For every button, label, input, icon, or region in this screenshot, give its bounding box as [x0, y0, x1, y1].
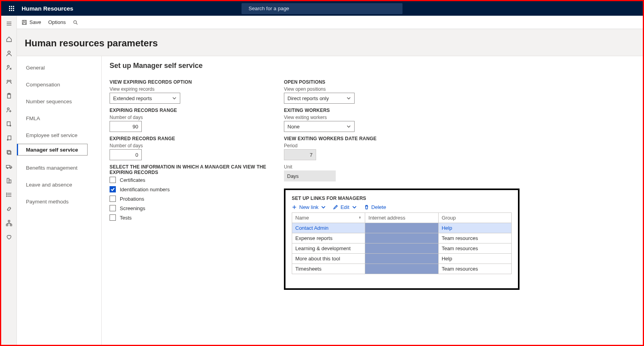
svg-rect-29: [8, 220, 10, 222]
sidenav-item-employee-self-service[interactable]: Employee self service: [17, 127, 101, 144]
checkbox-probations[interactable]: [110, 196, 116, 202]
group-view-expiring: VIEW EXPIRING RECORDS OPTION: [110, 79, 268, 85]
global-search[interactable]: [242, 3, 402, 14]
group-exiting-workers: EXITING WORKERS: [284, 108, 443, 113]
form-area: Set up Manager self service VIEW EXPIRIN…: [102, 56, 643, 345]
home-icon[interactable]: [5, 35, 13, 43]
link-icon[interactable]: [5, 205, 13, 213]
label-certificates: Certificates: [120, 177, 145, 183]
svg-rect-30: [6, 224, 8, 226]
select-exiting-workers-value: None: [287, 124, 300, 130]
svg-point-28: [6, 196, 7, 196]
section-title: Set up Manager self service: [110, 62, 635, 70]
select-unit: Days: [284, 170, 336, 181]
svg-point-7: [7, 80, 9, 82]
masked-cell: [365, 254, 438, 264]
person-plus-icon[interactable]: [5, 106, 13, 114]
sidenav-item-general[interactable]: General: [17, 59, 101, 76]
section-nav: General Compensation Number sequences FM…: [17, 56, 102, 345]
svg-point-8: [9, 80, 11, 82]
org-icon[interactable]: [5, 219, 13, 227]
select-view-expiring[interactable]: Extended reports: [110, 93, 180, 104]
sidenav-item-number-sequences[interactable]: Number sequences: [17, 93, 101, 110]
links-table: Name Internet address Group Contact Admi…: [292, 212, 512, 274]
svg-point-19: [7, 168, 7, 168]
sidenav-item-fmla[interactable]: FMLA: [17, 110, 101, 127]
sidenav-item-manager-self-service[interactable]: Manager self service: [17, 144, 88, 156]
search-input[interactable]: [249, 5, 399, 11]
plus-icon: [292, 205, 297, 210]
svg-rect-14: [7, 122, 10, 126]
select-open-positions-value: Direct reports only: [287, 95, 329, 101]
save-button[interactable]: Save: [22, 19, 41, 25]
options-label: Options: [48, 19, 66, 25]
table-row[interactable]: Expense reports Team resources: [292, 233, 512, 243]
delete-button[interactable]: Delete: [364, 204, 386, 210]
chevron-down-icon: [346, 124, 351, 129]
building-icon[interactable]: [5, 177, 13, 185]
masked-cell: [365, 233, 438, 243]
label-expiring-days: Number of days: [110, 115, 268, 120]
svg-rect-18: [6, 165, 10, 168]
global-header: Human Resources: [1, 1, 643, 16]
table-row[interactable]: More about this tool Help: [292, 254, 512, 264]
page-title: Human resources parameters: [17, 29, 643, 56]
svg-rect-22: [9, 180, 11, 183]
sort-asc-icon: [358, 215, 362, 221]
clipboard-icon[interactable]: [5, 92, 13, 100]
layers-icon[interactable]: [5, 148, 13, 156]
sidenav-item-benefits-management[interactable]: Benefits management: [17, 159, 101, 176]
select-open-positions[interactable]: Direct reports only: [284, 93, 355, 104]
hamburger-icon[interactable]: [5, 20, 13, 27]
svg-rect-17: [8, 151, 11, 154]
sidenav-item-leave-and-absence[interactable]: Leave and absence: [17, 176, 101, 193]
group-expired-range: EXPIRED RECORDS RANGE: [110, 136, 268, 141]
masked-cell: [365, 264, 438, 274]
label-probations: Probations: [120, 196, 144, 202]
sidenav-item-payment-methods[interactable]: Payment methods: [17, 193, 101, 210]
options-button[interactable]: Options: [48, 19, 66, 25]
label-identification-numbers: Identification numbers: [120, 187, 170, 192]
doc-arrow-right-icon[interactable]: [5, 120, 13, 128]
checkbox-tests[interactable]: [110, 214, 116, 221]
col-address[interactable]: Internet address: [365, 213, 438, 223]
group-exiting-date-range: VIEW EXITING WORKERS DATE RANGE: [284, 136, 443, 141]
checkbox-screenings[interactable]: [110, 205, 116, 211]
chevron-down-icon: [172, 96, 177, 101]
select-exiting-workers[interactable]: None: [284, 121, 355, 132]
table-row[interactable]: Timesheets Team resources: [292, 264, 512, 274]
group-icon[interactable]: [5, 78, 13, 86]
label-tests: Tests: [120, 215, 132, 221]
chevron-down-icon: [321, 205, 326, 210]
input-expiring-days[interactable]: 90: [110, 121, 142, 132]
group-select-info: SELECT THE INFORMATION IN WHICH A MANAGE…: [110, 164, 268, 175]
label-view-expiring: View expiring records: [110, 86, 268, 92]
masked-cell: [365, 243, 438, 254]
col-name[interactable]: Name: [292, 213, 365, 223]
table-row[interactable]: Contact Admin Help: [292, 223, 512, 233]
group-open-positions: OPEN POSITIONS: [284, 79, 443, 85]
edit-button[interactable]: Edit: [333, 204, 357, 210]
col-group[interactable]: Group: [438, 213, 511, 223]
person-click-icon[interactable]: [5, 64, 13, 71]
checkbox-identification-numbers[interactable]: [110, 186, 116, 192]
heart-tag-icon[interactable]: [5, 233, 13, 241]
svg-point-6: [7, 66, 9, 68]
checkbox-certificates[interactable]: [110, 177, 116, 183]
svg-point-27: [6, 194, 7, 195]
person-icon[interactable]: [5, 49, 13, 57]
masked-cell: [365, 223, 438, 233]
doc-arrow-left-icon[interactable]: [5, 134, 13, 142]
table-row[interactable]: Learning & development Team resources: [292, 243, 512, 254]
svg-rect-37: [23, 20, 25, 22]
list-icon[interactable]: [5, 191, 13, 199]
truck-icon[interactable]: [5, 163, 13, 170]
search-filter-icon[interactable]: [73, 20, 78, 25]
sidenav-item-compensation[interactable]: Compensation: [17, 76, 101, 93]
input-expired-days[interactable]: 0: [110, 149, 142, 160]
app-launcher-button[interactable]: [4, 6, 18, 11]
svg-line-40: [76, 23, 78, 24]
links-callout: SET UP LINKS FOR MANAGERS New link Edit: [284, 189, 520, 290]
new-link-button[interactable]: New link: [292, 204, 326, 210]
label-screenings: Screenings: [120, 205, 145, 211]
